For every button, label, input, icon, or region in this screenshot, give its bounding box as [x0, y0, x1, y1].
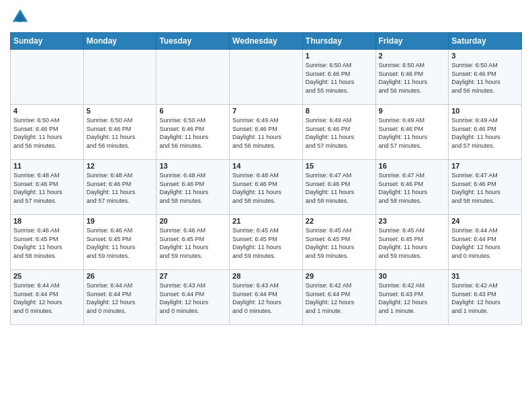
day-number: 26: [87, 272, 154, 280]
day-info: Sunrise: 6:44 AM Sunset: 6:44 PM Dayligh…: [87, 281, 154, 315]
day-info: Sunrise: 6:49 AM Sunset: 6:46 PM Dayligh…: [451, 116, 519, 150]
day-info: Sunrise: 6:49 AM Sunset: 6:46 PM Dayligh…: [306, 116, 373, 150]
header: [10, 7, 522, 27]
day-number: 8: [306, 107, 373, 115]
calendar-cell: 18Sunrise: 6:46 AM Sunset: 6:45 PM Dayli…: [11, 215, 84, 270]
day-number: 30: [379, 272, 446, 280]
day-number: 3: [451, 52, 519, 60]
day-info: Sunrise: 6:48 AM Sunset: 6:46 PM Dayligh…: [13, 171, 81, 205]
day-number: 23: [379, 217, 446, 225]
calendar-cell: 11Sunrise: 6:48 AM Sunset: 6:46 PM Dayli…: [11, 160, 84, 215]
calendar-cell: 25Sunrise: 6:44 AM Sunset: 6:44 PM Dayli…: [11, 270, 84, 325]
logo: [10, 7, 33, 27]
day-info: Sunrise: 6:44 AM Sunset: 6:44 PM Dayligh…: [451, 226, 519, 260]
calendar-cell: 8Sunrise: 6:49 AM Sunset: 6:46 PM Daylig…: [302, 105, 375, 160]
calendar-week-row: 4Sunrise: 6:50 AM Sunset: 6:46 PM Daylig…: [11, 105, 522, 160]
day-number: 11: [13, 162, 81, 170]
svg-rect-2: [18, 17, 22, 22]
day-info: Sunrise: 6:50 AM Sunset: 6:46 PM Dayligh…: [306, 61, 373, 95]
weekday-header: Monday: [83, 33, 157, 50]
day-number: 2: [379, 52, 446, 60]
day-info: Sunrise: 6:48 AM Sunset: 6:46 PM Dayligh…: [159, 171, 226, 205]
calendar-cell: 17Sunrise: 6:47 AM Sunset: 6:46 PM Dayli…: [449, 160, 522, 215]
day-info: Sunrise: 6:50 AM Sunset: 6:46 PM Dayligh…: [379, 61, 446, 95]
day-info: Sunrise: 6:46 AM Sunset: 6:45 PM Dayligh…: [87, 226, 154, 260]
calendar-cell: [11, 50, 84, 105]
calendar-cell: 31Sunrise: 6:42 AM Sunset: 6:43 PM Dayli…: [449, 270, 522, 325]
calendar-week-row: 1Sunrise: 6:50 AM Sunset: 6:46 PM Daylig…: [11, 50, 522, 105]
day-number: 22: [306, 217, 373, 225]
day-info: Sunrise: 6:46 AM Sunset: 6:45 PM Dayligh…: [13, 226, 81, 260]
calendar-cell: [83, 50, 157, 105]
day-number: 12: [87, 162, 154, 170]
day-number: 15: [306, 162, 373, 170]
day-info: Sunrise: 6:44 AM Sunset: 6:44 PM Dayligh…: [13, 281, 81, 315]
calendar-cell: [157, 50, 230, 105]
day-info: Sunrise: 6:46 AM Sunset: 6:45 PM Dayligh…: [159, 226, 226, 260]
day-number: 27: [159, 272, 226, 280]
day-number: 5: [87, 107, 154, 115]
day-number: 28: [232, 272, 300, 280]
day-info: Sunrise: 6:42 AM Sunset: 6:43 PM Dayligh…: [379, 281, 446, 315]
page: SundayMondayTuesdayWednesdayThursdayFrid…: [0, 0, 532, 411]
weekday-header: Tuesday: [157, 33, 230, 50]
calendar-cell: 30Sunrise: 6:42 AM Sunset: 6:43 PM Dayli…: [375, 270, 449, 325]
day-number: 29: [306, 272, 373, 280]
day-number: 14: [232, 162, 300, 170]
calendar-cell: 26Sunrise: 6:44 AM Sunset: 6:44 PM Dayli…: [83, 270, 157, 325]
calendar-cell: 21Sunrise: 6:45 AM Sunset: 6:45 PM Dayli…: [230, 215, 303, 270]
calendar-cell: 5Sunrise: 6:50 AM Sunset: 6:46 PM Daylig…: [83, 105, 157, 160]
day-number: 19: [87, 217, 154, 225]
day-info: Sunrise: 6:49 AM Sunset: 6:46 PM Dayligh…: [232, 116, 300, 150]
weekday-header: Wednesday: [230, 33, 303, 50]
calendar-cell: 22Sunrise: 6:45 AM Sunset: 6:45 PM Dayli…: [302, 215, 375, 270]
weekday-header: Saturday: [449, 33, 522, 50]
calendar-cell: 16Sunrise: 6:47 AM Sunset: 6:46 PM Dayli…: [375, 160, 449, 215]
day-number: 1: [306, 52, 373, 60]
calendar-cell: 4Sunrise: 6:50 AM Sunset: 6:46 PM Daylig…: [11, 105, 84, 160]
calendar-table: SundayMondayTuesdayWednesdayThursdayFrid…: [10, 32, 522, 325]
calendar-cell: 2Sunrise: 6:50 AM Sunset: 6:46 PM Daylig…: [375, 50, 449, 105]
calendar-body: 1Sunrise: 6:50 AM Sunset: 6:46 PM Daylig…: [11, 50, 522, 325]
day-number: 13: [159, 162, 226, 170]
day-info: Sunrise: 6:45 AM Sunset: 6:45 PM Dayligh…: [379, 226, 446, 260]
calendar-cell: 15Sunrise: 6:47 AM Sunset: 6:46 PM Dayli…: [302, 160, 375, 215]
day-info: Sunrise: 6:43 AM Sunset: 6:44 PM Dayligh…: [159, 281, 226, 315]
day-info: Sunrise: 6:50 AM Sunset: 6:46 PM Dayligh…: [159, 116, 226, 150]
day-info: Sunrise: 6:47 AM Sunset: 6:46 PM Dayligh…: [451, 171, 519, 205]
day-number: 10: [451, 107, 519, 115]
day-info: Sunrise: 6:48 AM Sunset: 6:46 PM Dayligh…: [232, 171, 300, 205]
day-number: 31: [451, 272, 519, 280]
calendar-cell: 12Sunrise: 6:48 AM Sunset: 6:46 PM Dayli…: [83, 160, 157, 215]
calendar-header-row: SundayMondayTuesdayWednesdayThursdayFrid…: [11, 33, 522, 50]
calendar-cell: 3Sunrise: 6:50 AM Sunset: 6:46 PM Daylig…: [449, 50, 522, 105]
day-number: 20: [159, 217, 226, 225]
calendar-cell: 13Sunrise: 6:48 AM Sunset: 6:46 PM Dayli…: [157, 160, 230, 215]
day-info: Sunrise: 6:42 AM Sunset: 6:43 PM Dayligh…: [451, 281, 519, 315]
calendar-cell: [230, 50, 303, 105]
calendar-cell: 7Sunrise: 6:49 AM Sunset: 6:46 PM Daylig…: [230, 105, 303, 160]
day-info: Sunrise: 6:48 AM Sunset: 6:46 PM Dayligh…: [87, 171, 154, 205]
calendar-week-row: 18Sunrise: 6:46 AM Sunset: 6:45 PM Dayli…: [11, 215, 522, 270]
calendar-cell: 10Sunrise: 6:49 AM Sunset: 6:46 PM Dayli…: [449, 105, 522, 160]
day-info: Sunrise: 6:45 AM Sunset: 6:45 PM Dayligh…: [232, 226, 300, 260]
day-number: 4: [13, 107, 81, 115]
day-number: 9: [379, 107, 446, 115]
calendar-cell: 1Sunrise: 6:50 AM Sunset: 6:46 PM Daylig…: [302, 50, 375, 105]
day-info: Sunrise: 6:50 AM Sunset: 6:46 PM Dayligh…: [13, 116, 81, 150]
calendar-cell: 23Sunrise: 6:45 AM Sunset: 6:45 PM Dayli…: [375, 215, 449, 270]
day-number: 18: [13, 217, 81, 225]
calendar-cell: 19Sunrise: 6:46 AM Sunset: 6:45 PM Dayli…: [83, 215, 157, 270]
weekday-header: Friday: [375, 33, 449, 50]
logo-icon: [10, 7, 30, 27]
day-info: Sunrise: 6:45 AM Sunset: 6:45 PM Dayligh…: [306, 226, 373, 260]
calendar-cell: 27Sunrise: 6:43 AM Sunset: 6:44 PM Dayli…: [157, 270, 230, 325]
calendar-cell: 24Sunrise: 6:44 AM Sunset: 6:44 PM Dayli…: [449, 215, 522, 270]
day-number: 16: [379, 162, 446, 170]
day-number: 21: [232, 217, 300, 225]
day-info: Sunrise: 6:49 AM Sunset: 6:46 PM Dayligh…: [379, 116, 446, 150]
calendar-cell: 28Sunrise: 6:43 AM Sunset: 6:44 PM Dayli…: [230, 270, 303, 325]
day-number: 6: [159, 107, 226, 115]
calendar-cell: 6Sunrise: 6:50 AM Sunset: 6:46 PM Daylig…: [157, 105, 230, 160]
calendar-cell: 14Sunrise: 6:48 AM Sunset: 6:46 PM Dayli…: [230, 160, 303, 215]
